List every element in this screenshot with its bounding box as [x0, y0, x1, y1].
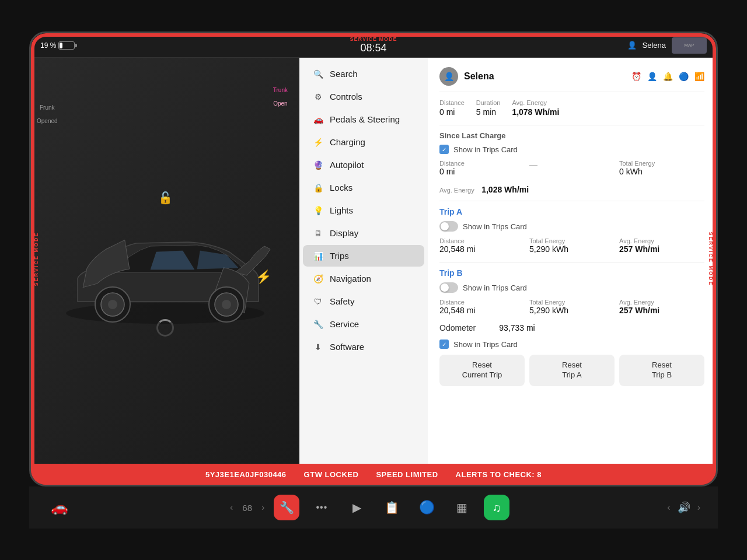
- trip-a-total-energy: Total Energy 5,290 kWh: [529, 237, 615, 254]
- nav-item-pedals[interactable]: 🚗 Pedals & Steering: [303, 108, 424, 130]
- header-icons: ⏰ 👤 🔔 🔵 📶: [631, 72, 704, 81]
- wrench-taskbar-icon[interactable]: 🔧: [274, 495, 299, 520]
- since-last-charge-title: Since Last Charge: [439, 131, 704, 140]
- nav-item-safety[interactable]: 🛡 Safety: [303, 290, 424, 312]
- trip-a-distance: Distance 20,548 mi: [439, 237, 525, 254]
- taskbar-right: ‹ 🔊 ›: [667, 501, 700, 514]
- alerts-label: ALERTS TO CHECK: 8: [456, 470, 542, 479]
- signal-icon: 📶: [694, 72, 704, 81]
- slc-total-energy-value: 0 kWh: [619, 167, 704, 176]
- bottom-checkbox-icon: ✓: [439, 340, 449, 349]
- nav-item-controls[interactable]: ⚙ Controls: [303, 86, 424, 107]
- divider-3: [439, 262, 704, 262]
- bluetooth-icon-header: 🔵: [679, 72, 689, 81]
- vin-label: 5YJ3E1EA0JF030446: [205, 470, 287, 479]
- trip-a-title: Trip A: [439, 207, 704, 216]
- trip-a-avg-energy: Avg. Energy 257 Wh/mi: [619, 237, 704, 254]
- reset-trip-a-button[interactable]: Reset Trip A: [529, 355, 615, 386]
- service-mode-top-label: SERVICE MODE: [350, 36, 397, 42]
- reset-trip-b-button[interactable]: Reset Trip B: [619, 355, 704, 386]
- user-name: Selena: [464, 71, 626, 82]
- slc-avg-label: Avg. Energy: [439, 187, 474, 194]
- car-taskbar-icon[interactable]: 🚗: [47, 495, 72, 520]
- trip-b-toggle[interactable]: [439, 282, 458, 293]
- play-taskbar-icon[interactable]: ▶: [344, 495, 369, 520]
- trip-b-avg-energy-label: Avg. Energy: [619, 299, 704, 306]
- speed-status: SPEED LIMITED: [376, 470, 438, 479]
- trip-b-toggle-row[interactable]: Show in Trips Card: [439, 282, 704, 293]
- odometer-row: Odometer 93,733 mi: [439, 323, 704, 332]
- nav-item-charging[interactable]: ⚡ Charging: [303, 131, 424, 153]
- trip-b-distance: Distance 20,548 mi: [439, 299, 525, 315]
- profile-icon: 👤: [647, 72, 657, 81]
- duration-value: 5 min: [476, 107, 501, 117]
- nav-item-locks[interactable]: 🔒 Locks: [303, 177, 424, 198]
- spotify-taskbar-icon[interactable]: ♫: [484, 495, 509, 520]
- slc-total-energy: Total Energy 0 kWh: [619, 160, 704, 176]
- nav-item-lights[interactable]: 💡 Lights: [303, 200, 424, 221]
- stat-avg-energy: Avg. Energy 1,078 Wh/mi: [512, 99, 559, 117]
- volume-prev-arrow[interactable]: ‹: [667, 502, 670, 513]
- frunk-label: Frunk Opened: [37, 104, 58, 124]
- autopilot-icon: 🔮: [312, 160, 324, 170]
- main-screen: SERVICE MODE SERVICE MODE 19 % SERVICE M…: [29, 32, 718, 487]
- service-icon: 🔧: [312, 320, 324, 329]
- page-next-arrow[interactable]: ›: [261, 502, 264, 513]
- nav-item-display[interactable]: 🖥 Display: [303, 222, 424, 244]
- page-prev-arrow[interactable]: ‹: [230, 502, 233, 513]
- trip-a-distance-value: 20,548 mi: [439, 244, 525, 254]
- trip-b-total-energy: Total Energy 5,290 kWh: [529, 299, 615, 315]
- svg-point-3: [108, 300, 117, 309]
- svg-text:⚡: ⚡: [256, 269, 272, 285]
- checkbox-checked-icon: ✓: [439, 145, 449, 154]
- files-taskbar-icon[interactable]: 📋: [379, 495, 404, 520]
- nav-label-autopilot: Autopilot: [330, 160, 364, 170]
- trip-a-total-energy-label: Total Energy: [529, 237, 615, 244]
- service-mode-label-right: SERVICE MODE: [708, 232, 714, 286]
- slc-distance: Distance 0 mi: [439, 160, 525, 176]
- trip-a-toggle[interactable]: [439, 221, 458, 232]
- top-bar-user-icon: 👤: [627, 41, 637, 50]
- nav-item-trips[interactable]: 📊 Trips: [303, 245, 424, 267]
- nav-item-service[interactable]: 🔧 Service: [303, 313, 424, 335]
- bottom-checkbox-row[interactable]: ✓ Show in Trips Card: [439, 340, 704, 349]
- user-header: 👤 Selena ⏰ 👤 🔔 🔵 📶: [439, 67, 704, 92]
- trip-b-data: Distance 20,548 mi Total Energy 5,290 kW…: [439, 299, 704, 315]
- since-last-charge-checkbox-row[interactable]: ✓ Show in Trips Card: [439, 145, 704, 154]
- controls-icon: ⚙: [312, 92, 324, 102]
- nav-item-navigation[interactable]: 🧭 Navigation: [303, 268, 424, 289]
- gtw-status: GTW LOCKED: [304, 470, 359, 479]
- trip-b-avg-energy-value: 257 Wh/mi: [619, 306, 704, 315]
- lights-icon: 💡: [312, 206, 324, 215]
- battery-fill: [60, 43, 62, 48]
- since-last-charge-data: Distance 0 mi — Total Energy 0 kWh: [439, 160, 704, 176]
- pedals-icon: 🚗: [312, 115, 324, 124]
- divider-2: [439, 201, 704, 201]
- car-visualization-panel: Frunk Opened Trunk Open 🔓: [31, 58, 299, 464]
- battery-bar: [58, 41, 75, 50]
- divider-1: [439, 125, 704, 125]
- nav-menu: 🔍 Search ⚙ Controls 🚗 Pedals & Steering …: [299, 58, 428, 464]
- slc-separator: —: [529, 160, 615, 176]
- nav-label-safety: Safety: [330, 296, 355, 306]
- trip-a-total-energy-value: 5,290 kWh: [529, 244, 615, 254]
- since-last-charge-checkbox-label: Show in Trips Card: [453, 145, 518, 154]
- volume-next-arrow[interactable]: ›: [697, 502, 700, 513]
- charging-icon: ⚡: [312, 138, 324, 147]
- bluetooth-taskbar-icon[interactable]: 🔵: [414, 495, 439, 520]
- bottom-checkbox-label: Show in Trips Card: [453, 340, 518, 349]
- nav-label-software: Software: [330, 342, 364, 352]
- duration-label: Duration: [476, 99, 501, 106]
- nav-item-software[interactable]: ⬇ Software: [303, 336, 424, 358]
- reset-current-trip-button[interactable]: Reset Current Trip: [439, 355, 525, 386]
- grid-taskbar-icon[interactable]: ▦: [449, 495, 474, 520]
- trip-b-title: Trip B: [439, 268, 704, 278]
- slc-distance-label: Distance: [439, 160, 525, 167]
- trip-a-toggle-row[interactable]: Show in Trips Card: [439, 221, 704, 232]
- nav-item-search[interactable]: 🔍 Search: [303, 63, 424, 85]
- nav-item-autopilot[interactable]: 🔮 Autopilot: [303, 154, 424, 176]
- current-trip-stats: Distance 0 mi Duration 5 min Avg. Energy…: [439, 99, 704, 117]
- user-avatar: 👤: [439, 67, 458, 86]
- trip-a-distance-label: Distance: [439, 237, 525, 244]
- dots-taskbar-icon[interactable]: •••: [309, 495, 334, 520]
